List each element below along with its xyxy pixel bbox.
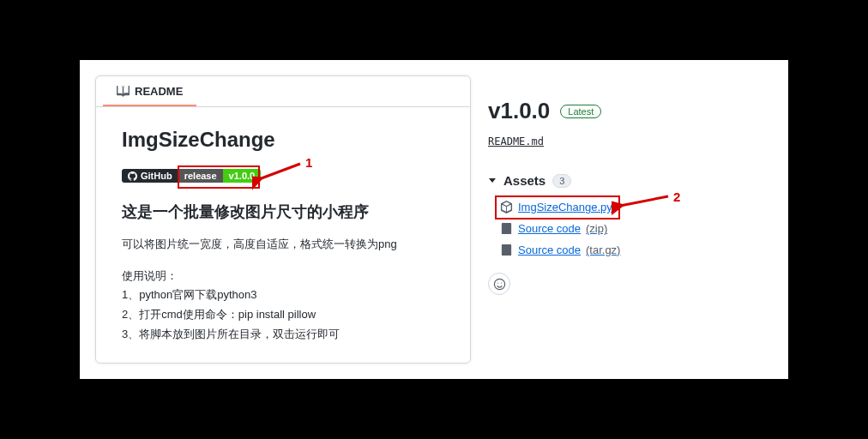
smiley-icon: [493, 278, 506, 291]
zip-icon: [500, 244, 513, 256]
caret-down-icon: [488, 177, 497, 185]
release-badge-version: v1.0.0: [223, 169, 262, 183]
readme-usage: 使用说明： 1、python官网下载python3 2、打开cmd使用命令：pi…: [122, 267, 444, 345]
latest-badge: Latest: [560, 105, 601, 118]
asset-suffix: (tar.gz): [586, 244, 620, 256]
annotation-label-2: 2: [673, 190, 680, 204]
tab-bar: README: [96, 76, 470, 107]
readme-description: 可以将图片统一宽度，高度自适应，格式统一转换为png: [122, 236, 444, 253]
asset-suffix: (zip): [586, 222, 607, 235]
package-icon: [500, 201, 513, 213]
assets-wrap: ImgSizeChange.py Source code (zip) Sourc…: [488, 196, 771, 261]
assets-header[interactable]: Assets 3: [488, 173, 771, 188]
asset-name: ImgSizeChange.py: [518, 201, 612, 213]
readme-tab[interactable]: README: [103, 76, 196, 106]
book-icon: [117, 85, 130, 98]
svg-point-2: [494, 279, 504, 289]
svg-point-4: [501, 282, 502, 283]
release-badge[interactable]: GitHub release v1.0.0: [122, 169, 261, 183]
assets-title: Assets: [503, 173, 546, 188]
readme-subtitle: 这是一个批量修改图片尺寸的小程序: [122, 201, 444, 222]
assets-count: 3: [552, 174, 571, 188]
usage-step-1: 1、python官网下载python3: [122, 286, 444, 305]
usage-step-3: 3、将脚本放到图片所在目录，双击运行即可: [122, 325, 444, 345]
readme-title: ImgSizeChange: [122, 128, 444, 152]
svg-line-1: [620, 196, 668, 206]
release-version: v1.0.0: [488, 98, 550, 124]
readme-body: ImgSizeChange GitHub release v1.0.0 这是一个…: [96, 107, 470, 365]
readme-tab-label: README: [135, 85, 183, 98]
asset-imgsizechange-py[interactable]: ImgSizeChange.py: [500, 196, 612, 218]
readme-md-link[interactable]: README.md: [488, 135, 544, 147]
release-header: v1.0.0 Latest: [488, 98, 771, 124]
react-button[interactable]: [488, 273, 510, 295]
asset-name: Source code: [518, 222, 581, 235]
usage-title: 使用说明：: [122, 267, 444, 286]
github-icon: [128, 171, 137, 181]
zip-icon: [500, 222, 513, 235]
annotation-arrow-2: 2: [612, 190, 684, 216]
release-panel: v1.0.0 Latest README.md Assets 3 ImgSize…: [488, 75, 771, 364]
release-badge-label: release: [178, 169, 223, 183]
asset-source-targz[interactable]: Source code (tar.gz): [500, 239, 620, 261]
usage-step-2: 2、打开cmd使用命令：pip install pillow: [122, 305, 444, 325]
asset-source-zip[interactable]: Source code (zip): [500, 218, 607, 239]
asset-name: Source code: [518, 244, 581, 256]
readme-panel: README ImgSizeChange GitHub release v1.0…: [95, 75, 471, 364]
github-badge-segment: GitHub: [122, 169, 178, 183]
page-frame: README ImgSizeChange GitHub release v1.0…: [80, 60, 788, 379]
svg-point-3: [497, 282, 497, 283]
